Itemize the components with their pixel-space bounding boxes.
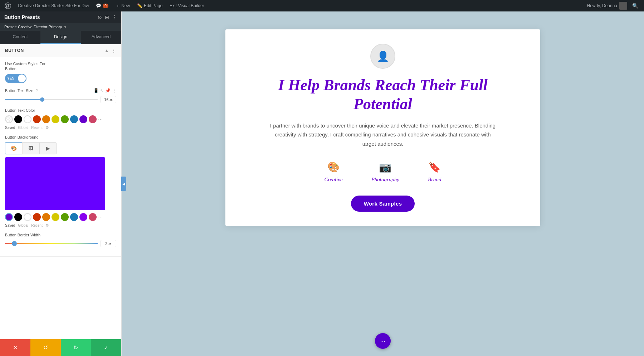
bg-pink-swatch[interactable] bbox=[89, 213, 97, 221]
section-title-button: Button bbox=[5, 48, 24, 53]
bg-orange-swatch[interactable] bbox=[42, 213, 50, 221]
fab-button[interactable]: ··· bbox=[375, 333, 391, 349]
bg-color-preview[interactable] bbox=[5, 157, 105, 210]
bg-color-swatches: ··· bbox=[5, 213, 116, 221]
undo-button[interactable]: ↺ bbox=[30, 339, 61, 356]
color-global-label[interactable]: Global bbox=[18, 126, 28, 130]
color-blue-swatch[interactable] bbox=[70, 115, 78, 123]
pin-icon[interactable]: 📌 bbox=[105, 88, 111, 93]
exit-vb-bar-item[interactable]: Exit Visual Builder bbox=[166, 0, 208, 11]
border-width-label-row: Button Border Width bbox=[5, 233, 116, 237]
edit-page-label: Edit Page bbox=[144, 3, 162, 8]
bg-image-type-btn[interactable]: 🖼 bbox=[22, 142, 39, 154]
color-white-swatch[interactable] bbox=[24, 115, 31, 123]
color-red-swatch[interactable] bbox=[33, 115, 41, 123]
bg-color-recent-label[interactable]: Recent bbox=[31, 223, 43, 227]
redo-button[interactable]: ↻ bbox=[61, 339, 91, 356]
border-width-label: Button Border Width bbox=[5, 233, 40, 237]
bg-white-swatch[interactable] bbox=[24, 213, 31, 221]
border-width-slider[interactable] bbox=[5, 243, 98, 244]
hero-title: I Help Brands Reach Their Full Potential bbox=[247, 76, 519, 114]
text-color-meta: Saved Global Recent ⚙ bbox=[5, 125, 116, 130]
color-orange-swatch[interactable] bbox=[42, 115, 50, 123]
toggle-knob bbox=[18, 74, 26, 82]
color-saved-label[interactable]: Saved bbox=[5, 126, 15, 130]
bg-color-meta: Saved Global Recent ⚙ bbox=[5, 223, 116, 228]
mobile-icon[interactable]: 📱 bbox=[93, 88, 99, 93]
bg-purple2-swatch[interactable] bbox=[79, 213, 87, 221]
site-name-text: Creative Director Starter Site For Divi bbox=[18, 3, 89, 8]
text-size-help-icon[interactable]: ? bbox=[35, 88, 38, 93]
custom-styles-toggle-wrap: YES bbox=[5, 74, 116, 83]
section-body-button: Use Custom Styles For Button YES Button … bbox=[0, 57, 121, 256]
button-section: Button ▲ ⋮ Use Custom Styles For Button … bbox=[0, 44, 121, 257]
undo-icon: ↺ bbox=[43, 344, 48, 351]
bg-purple-swatch[interactable] bbox=[5, 213, 13, 221]
bg-blue-swatch[interactable] bbox=[70, 213, 78, 221]
wp-logo-icon[interactable] bbox=[3, 0, 13, 11]
save-icon: ✓ bbox=[104, 344, 108, 351]
discard-button[interactable]: ✕ bbox=[0, 339, 30, 356]
more-icon[interactable]: ⋮ bbox=[112, 88, 116, 93]
color-more-icon[interactable]: ··· bbox=[98, 116, 103, 122]
color-transparent-swatch[interactable] bbox=[5, 115, 13, 123]
text-size-slider-wrap bbox=[5, 96, 116, 103]
brand-icon: 🔖 bbox=[428, 161, 441, 173]
new-bar-item[interactable]: ＋ New bbox=[112, 0, 133, 11]
color-yellow-swatch[interactable] bbox=[52, 115, 59, 123]
text-size-value[interactable] bbox=[101, 96, 116, 103]
sidebar-panel: Button Presets ⊙ ⊞ ⋮ Preset: Creative Di… bbox=[0, 11, 122, 356]
tab-content[interactable]: Content bbox=[0, 31, 40, 44]
search-icon[interactable]: 🔍 bbox=[629, 3, 641, 9]
section-more-icon[interactable]: ⋮ bbox=[111, 48, 116, 53]
panel-pin-icon[interactable]: ⊙ bbox=[98, 14, 102, 20]
bg-red-swatch[interactable] bbox=[33, 213, 41, 221]
service-photography: 📷 Photography bbox=[371, 161, 399, 183]
panel-preset[interactable]: Preset: Creative Director Primary ▼ bbox=[0, 23, 121, 31]
bg-section: Button Background 🎨 🖼 ▶ bbox=[5, 135, 116, 228]
bg-yellow-swatch[interactable] bbox=[52, 213, 59, 221]
work-samples-button[interactable]: Work Samples bbox=[351, 196, 415, 212]
color-settings-icon[interactable]: ⚙ bbox=[45, 125, 49, 130]
custom-styles-toggle[interactable]: YES bbox=[5, 74, 26, 83]
panel-grid-icon[interactable]: ⊞ bbox=[105, 14, 109, 20]
bg-color-type-btn[interactable]: 🎨 bbox=[5, 142, 22, 154]
sidebar-bottom-toolbar: ✕ ↺ ↻ ✓ bbox=[0, 339, 121, 356]
site-name-bar[interactable]: Creative Director Starter Site For Divi bbox=[14, 0, 92, 11]
color-black-swatch[interactable] bbox=[14, 115, 22, 123]
section-collapse-icon[interactable]: ▲ bbox=[104, 48, 109, 53]
border-width-value[interactable] bbox=[101, 240, 116, 247]
tab-advanced[interactable]: Advanced bbox=[81, 31, 121, 44]
fab-icon: ··· bbox=[380, 337, 385, 345]
bg-color-saved-label[interactable]: Saved bbox=[5, 223, 15, 227]
text-size-slider[interactable] bbox=[5, 99, 98, 100]
new-label: New bbox=[121, 3, 130, 8]
photography-label: Photography bbox=[371, 177, 399, 183]
toggle-yes-label: YES bbox=[7, 76, 14, 80]
bg-color-global-label[interactable]: Global bbox=[18, 223, 28, 227]
redo-icon: ↻ bbox=[73, 344, 78, 351]
tab-design[interactable]: Design bbox=[40, 31, 81, 44]
text-size-label: Button Text Size bbox=[5, 88, 33, 93]
service-creative: 🎨 Creative bbox=[325, 161, 343, 183]
panel-header: Button Presets ⊙ ⊞ ⋮ bbox=[0, 11, 121, 23]
edit-page-bar-item[interactable]: ✏️ Edit Page bbox=[133, 0, 166, 11]
color-recent-label[interactable]: Recent bbox=[31, 126, 43, 130]
howdy-section: Howdy, Deanna 🔍 bbox=[587, 2, 641, 10]
sidebar-toggle-button[interactable]: ◀ bbox=[121, 177, 126, 191]
bg-video-type-btn[interactable]: ▶ bbox=[39, 142, 57, 154]
color-green-swatch[interactable] bbox=[61, 115, 69, 123]
panel-title: Button Presets bbox=[4, 14, 40, 20]
panel-menu-icon[interactable]: ⋮ bbox=[112, 14, 117, 20]
bg-black-swatch[interactable] bbox=[14, 213, 22, 221]
cursor-icon[interactable]: ↖ bbox=[100, 88, 104, 93]
panel-actions: ⊙ ⊞ ⋮ bbox=[98, 14, 117, 20]
comments-bar-item[interactable]: 💬 0 bbox=[92, 0, 112, 11]
color-pink-swatch[interactable] bbox=[89, 115, 97, 123]
page-card: 👤 I Help Brands Reach Their Full Potenti… bbox=[225, 29, 540, 226]
bg-green-swatch[interactable] bbox=[61, 213, 69, 221]
bg-color-settings-icon[interactable]: ⚙ bbox=[45, 223, 49, 228]
color-purple-swatch[interactable] bbox=[79, 115, 87, 123]
save-button[interactable]: ✓ bbox=[91, 339, 121, 356]
bg-color-more-icon[interactable]: ··· bbox=[98, 214, 103, 220]
